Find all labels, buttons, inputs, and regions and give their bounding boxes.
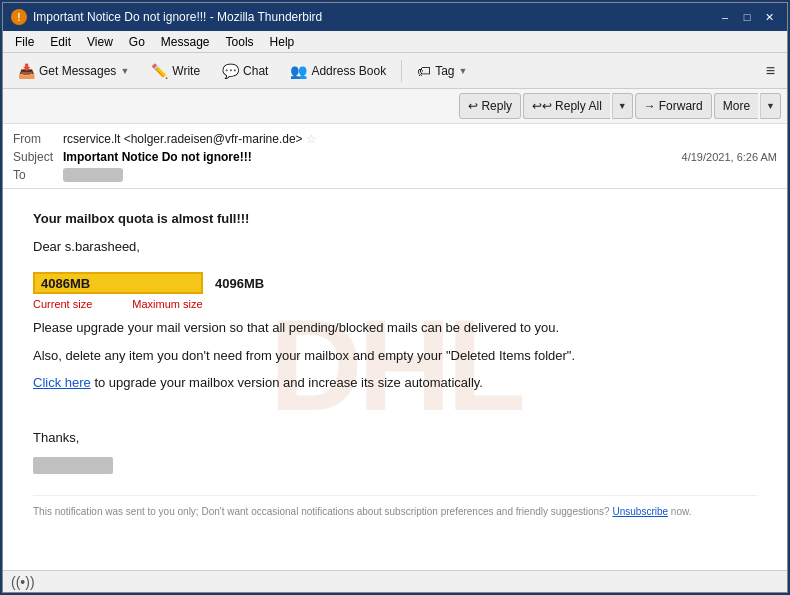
write-label: Write bbox=[172, 64, 200, 78]
to-value: ​ bbox=[63, 168, 123, 182]
body-line1: Please upgrade your mail version so that… bbox=[33, 318, 757, 338]
maximize-button[interactable]: □ bbox=[737, 9, 757, 25]
chat-button[interactable]: 💬 Chat bbox=[213, 57, 277, 85]
quota-labels: Current size Maximum size bbox=[33, 298, 757, 310]
quota-bar-container: 4086MB 4096MB bbox=[33, 272, 757, 294]
quota-bar: 4086MB bbox=[33, 272, 203, 294]
reply-all-icon: ↩↩ bbox=[532, 99, 552, 113]
menu-tools[interactable]: Tools bbox=[218, 33, 262, 51]
signature: ​ bbox=[33, 456, 757, 476]
get-messages-arrow[interactable]: ▼ bbox=[120, 66, 129, 76]
email-date: 4/19/2021, 6:26 AM bbox=[682, 151, 777, 163]
email-header: ↩ Reply ↩↩ Reply All ▼ → Forward More ▼ … bbox=[3, 89, 787, 189]
quota-max-value: 4096MB bbox=[215, 276, 264, 291]
reply-all-dropdown[interactable]: ▼ bbox=[612, 93, 633, 119]
link-suffix: to upgrade your mailbox version and incr… bbox=[91, 375, 483, 390]
click-here-link[interactable]: Click here bbox=[33, 375, 91, 390]
menu-edit[interactable]: Edit bbox=[42, 33, 79, 51]
menu-view[interactable]: View bbox=[79, 33, 121, 51]
notification-text: This notification was sent to you only; … bbox=[33, 495, 757, 517]
quota-current-label: Current size bbox=[33, 298, 92, 310]
more-button[interactable]: More bbox=[714, 93, 758, 119]
status-icon: ((•)) bbox=[11, 574, 35, 590]
email-body-container[interactable]: DHL Your mailbox quota is almost full!!!… bbox=[3, 189, 787, 570]
from-value: rcservice.lt <holger.radeisen@vfr-marine… bbox=[63, 132, 777, 146]
link-paragraph: Click here to upgrade your mailbox versi… bbox=[33, 373, 757, 393]
title-bar: ! Important Notice Do not ignore!!! - Mo… bbox=[3, 3, 787, 31]
minimize-button[interactable]: – bbox=[715, 9, 735, 25]
more-label: More bbox=[723, 99, 750, 113]
menu-go[interactable]: Go bbox=[121, 33, 153, 51]
notification-end: now. bbox=[671, 506, 692, 517]
body-line2: Also, delete any item you don't need fro… bbox=[33, 346, 757, 366]
app-icon: ! bbox=[11, 9, 27, 25]
thanks: Thanks, bbox=[33, 428, 757, 448]
menu-file[interactable]: File bbox=[7, 33, 42, 51]
tag-button[interactable]: 🏷 Tag ▼ bbox=[408, 57, 476, 85]
reply-button[interactable]: ↩ Reply bbox=[459, 93, 521, 119]
email-content: Your mailbox quota is almost full!!! Dea… bbox=[33, 209, 757, 517]
menu-help[interactable]: Help bbox=[262, 33, 303, 51]
tag-arrow[interactable]: ▼ bbox=[459, 66, 468, 76]
reply-all-button[interactable]: ↩↩ Reply All bbox=[523, 93, 610, 119]
menu-message[interactable]: Message bbox=[153, 33, 218, 51]
more-dropdown[interactable]: ▼ bbox=[760, 93, 781, 119]
email-body-text: Please upgrade your mail version so that… bbox=[33, 318, 757, 475]
reply-label: Reply bbox=[481, 99, 512, 113]
from-label: From bbox=[13, 132, 63, 146]
toolbar-divider bbox=[401, 60, 402, 82]
window-controls: – □ ✕ bbox=[715, 9, 779, 25]
email-meta: From rcservice.lt <holger.radeisen@vfr-m… bbox=[3, 124, 787, 188]
write-icon: ✏️ bbox=[151, 63, 168, 79]
get-messages-icon: 📥 bbox=[18, 63, 35, 79]
from-row: From rcservice.lt <holger.radeisen@vfr-m… bbox=[13, 130, 777, 148]
notification-body: This notification was sent to you only; … bbox=[33, 506, 610, 517]
to-row: To ​ bbox=[13, 166, 777, 184]
address-book-button[interactable]: 👥 Address Book bbox=[281, 57, 395, 85]
to-label: To bbox=[13, 168, 63, 182]
chat-icon: 💬 bbox=[222, 63, 239, 79]
address-book-label: Address Book bbox=[311, 64, 386, 78]
greeting: Dear s.barasheed, bbox=[33, 237, 757, 257]
chat-label: Chat bbox=[243, 64, 268, 78]
get-messages-button[interactable]: 📥 Get Messages ▼ bbox=[9, 57, 138, 85]
subject-value: Important Notice Do not ignore!!! bbox=[63, 150, 682, 164]
from-star[interactable]: ☆ bbox=[306, 132, 317, 146]
reply-icon: ↩ bbox=[468, 99, 478, 113]
hamburger-button[interactable]: ≡ bbox=[760, 59, 781, 83]
window-title: Important Notice Do not ignore!!! - Mozi… bbox=[33, 10, 709, 24]
write-button[interactable]: ✏️ Write bbox=[142, 57, 209, 85]
address-book-icon: 👥 bbox=[290, 63, 307, 79]
email-actions-toolbar: ↩ Reply ↩↩ Reply All ▼ → Forward More ▼ bbox=[3, 89, 787, 124]
forward-icon: → bbox=[644, 99, 656, 113]
unsubscribe-link[interactable]: Unsubscribe bbox=[612, 506, 668, 517]
tag-icon: 🏷 bbox=[417, 63, 431, 79]
quota-max-label: Maximum size bbox=[132, 298, 202, 310]
subject-row: Subject Important Notice Do not ignore!!… bbox=[13, 148, 777, 166]
menu-bar: File Edit View Go Message Tools Help bbox=[3, 31, 787, 53]
get-messages-label: Get Messages bbox=[39, 64, 116, 78]
subject-label: Subject bbox=[13, 150, 63, 164]
tag-label: Tag bbox=[435, 64, 454, 78]
forward-button[interactable]: → Forward bbox=[635, 93, 712, 119]
quota-current-value: 4086MB bbox=[41, 276, 90, 291]
headline: Your mailbox quota is almost full!!! bbox=[33, 211, 249, 226]
forward-label: Forward bbox=[659, 99, 703, 113]
close-button[interactable]: ✕ bbox=[759, 9, 779, 25]
status-bar: ((•)) bbox=[3, 570, 787, 592]
main-window: ! Important Notice Do not ignore!!! - Mo… bbox=[2, 2, 788, 593]
reply-all-label: Reply All bbox=[555, 99, 602, 113]
toolbar: 📥 Get Messages ▼ ✏️ Write 💬 Chat 👥 Addre… bbox=[3, 53, 787, 89]
email-text: Your mailbox quota is almost full!!! Dea… bbox=[33, 209, 757, 256]
